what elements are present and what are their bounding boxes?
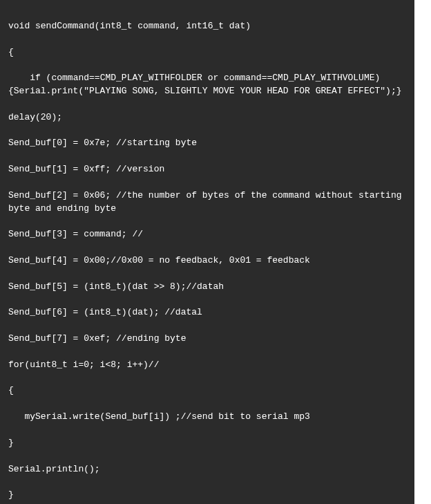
code-line: Send_buf[7] = 0xef; //ending byte [8, 333, 406, 346]
code-line: delay(20); [8, 111, 406, 124]
code-line: Serial.println(); [8, 463, 406, 476]
code-line: Send_buf[3] = command; // [8, 228, 406, 241]
code-snippet: void sendCommand(int8_t command, int16_t… [0, 0, 414, 504]
code-line: } [8, 489, 406, 502]
code-line: Send_buf[1] = 0xff; //version [8, 163, 406, 176]
code-line: mySerial.write(Send_buf[i]) ;//send bit … [8, 411, 406, 424]
code-line: { [8, 46, 406, 59]
code-line: Send_buf[5] = (int8_t)(dat >> 8);//datah [8, 281, 406, 294]
code-line: void sendCommand(int8_t command, int16_t… [8, 20, 406, 33]
code-line: for(uint8_t i=0; i<8; i++)// [8, 359, 406, 372]
code-line: if (command==CMD_PLAY_WITHFOLDER or comm… [8, 72, 406, 98]
code-line: } [8, 437, 406, 450]
code-line: { [8, 384, 406, 398]
code-line: Send_buf[2] = 0x06; //the number of byte… [8, 189, 406, 216]
code-line: Send_buf[4] = 0x00;//0x00 = no feedback,… [8, 254, 406, 268]
code-line: Send_buf[0] = 0x7e; //starting byte [8, 137, 406, 150]
code-line: Send_buf[6] = (int8_t)(dat); //datal [8, 306, 406, 319]
